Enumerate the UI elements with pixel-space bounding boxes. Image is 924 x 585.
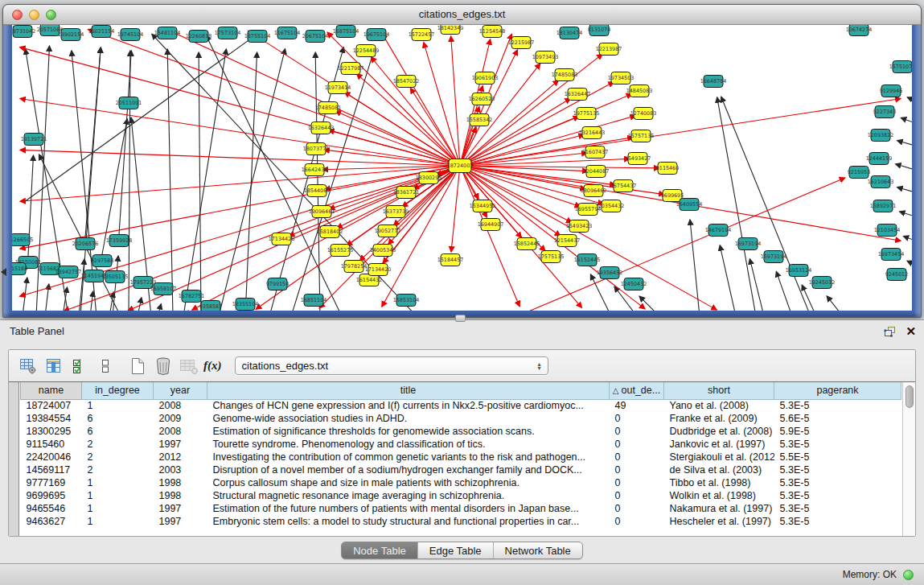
table-cell[interactable]: 9463627 xyxy=(21,515,82,528)
network-node[interactable]: 12213987 xyxy=(596,43,622,56)
table-row[interactable]: 911546021997Tourette syndrome. Phenomeno… xyxy=(21,438,901,451)
table-cell[interactable]: 6 xyxy=(82,412,154,425)
network-node[interactable]: 18755104 xyxy=(244,31,271,43)
network-node[interactable]: 19775135 xyxy=(573,108,600,120)
network-node[interactable]: 17573104 xyxy=(215,27,241,39)
table-cell[interactable]: 0 xyxy=(610,502,664,515)
network-node[interactable]: 8131074 xyxy=(588,25,610,36)
network-canvas[interactable]: 1225448912217987119734141748508116326443… xyxy=(12,25,912,311)
network-node[interactable]: 19096461 xyxy=(309,206,335,218)
network-node[interactable]: 14679194 xyxy=(705,225,732,237)
table-cell[interactable]: Investigating the contribution of common… xyxy=(207,451,610,463)
network-node[interactable]: 14005343 xyxy=(370,245,396,257)
table-cell[interactable]: 9115460 xyxy=(21,438,82,451)
network-node[interactable]: 15184457 xyxy=(437,254,464,266)
table-cell[interactable]: 5.3E-5 xyxy=(774,438,901,451)
network-node[interactable]: 12154437 xyxy=(554,235,581,247)
network-node[interactable]: 20511091 xyxy=(116,97,142,109)
network-node[interactable]: 11973414 xyxy=(325,82,351,94)
table-cell[interactable]: 18724007 xyxy=(21,399,82,412)
network-node[interactable]: 17485083 xyxy=(552,69,578,81)
network-node[interactable]: 16021154 xyxy=(88,26,115,38)
network-node[interactable]: 17978254 xyxy=(341,261,368,273)
table-cell[interactable]: 5.5E-5 xyxy=(774,451,901,463)
network-node[interactable]: 16155275 xyxy=(327,245,354,257)
new-column-button[interactable] xyxy=(125,354,150,378)
column-header-title[interactable]: title xyxy=(207,382,610,399)
network-node[interactable]: 15751074 xyxy=(889,61,912,73)
network-node[interactable]: 18731042 xyxy=(12,26,35,38)
network-node[interactable]: 12093822 xyxy=(868,130,894,142)
network-node[interactable]: 15852445 xyxy=(514,238,540,250)
table-cell[interactable]: Disruption of a novel member of a sodium… xyxy=(207,463,610,476)
network-node[interactable]: 15973194 xyxy=(761,251,787,263)
splitter-grip[interactable] xyxy=(455,315,466,322)
network-node[interactable]: 9358587 xyxy=(199,301,222,311)
memory-status-dot[interactable] xyxy=(903,570,914,580)
network-node[interactable]: 12217987 xyxy=(338,63,364,75)
table-cell[interactable]: 2003 xyxy=(154,463,207,476)
network-node[interactable]: 17134426 xyxy=(269,233,295,245)
table-cell[interactable]: Structural magnetic resonance image aver… xyxy=(207,489,610,502)
network-node[interactable]: 16409554 xyxy=(676,199,703,211)
network-node[interactable]: 15493427 xyxy=(625,153,651,165)
network-node[interactable]: 18544087 xyxy=(304,185,331,197)
network-node[interactable]: 3915184 xyxy=(12,263,27,275)
table-cell[interactable]: 0 xyxy=(610,412,664,425)
network-node[interactable]: 19675104 xyxy=(363,29,390,41)
network-node[interactable]: 18073771 xyxy=(303,143,330,155)
network-node[interactable]: 14845083 xyxy=(626,85,653,97)
network-node[interactable]: 11607437 xyxy=(582,146,609,159)
table-cell[interactable]: 2 xyxy=(82,451,154,463)
network-node[interactable]: 9297588 xyxy=(91,255,113,267)
table-row[interactable]: 2242004622012Investigating the contribut… xyxy=(21,451,901,463)
network-node[interactable]: 18142349 xyxy=(437,25,464,35)
close-panel-icon[interactable]: ✕ xyxy=(906,325,916,337)
table-row[interactable]: 946554611997Estimation of the future num… xyxy=(21,502,901,515)
network-node[interactable]: 16648784 xyxy=(700,76,727,88)
network-node[interactable]: 15853104 xyxy=(393,295,420,307)
network-node[interactable]: 19356452 xyxy=(597,267,623,279)
network-node[interactable]: 15722457 xyxy=(409,29,435,41)
network-node[interactable]: 18361721 xyxy=(393,187,420,199)
table-cell[interactable]: Wolkin et al. (1998) xyxy=(664,489,774,502)
network-node[interactable]: 16955794 xyxy=(575,204,602,216)
table-cell[interactable]: Corpus callosum shape and size in male p… xyxy=(207,476,610,489)
table-cell[interactable]: 6 xyxy=(82,425,154,438)
table-row[interactable]: 1830029562008Estimation of significance … xyxy=(21,425,901,438)
network-node[interactable]: 15818402 xyxy=(317,226,343,238)
table-row[interactable]: 1938455462009Genome-wide association stu… xyxy=(21,412,901,425)
network-node[interactable]: 16875104 xyxy=(333,26,359,38)
table-cell[interactable]: 1998 xyxy=(154,489,207,502)
node-table-header[interactable]: namein_degreeyeartitle△out_de...shortpag… xyxy=(21,382,901,399)
network-node[interactable]: 12740083 xyxy=(630,108,657,120)
table-cell[interactable]: 1998 xyxy=(154,476,207,489)
show-columns-button[interactable] xyxy=(41,354,67,378)
table-vertical-scrollbar[interactable] xyxy=(902,382,915,536)
table-cell[interactable]: 5.3E-5 xyxy=(774,463,901,476)
delete-column-button[interactable] xyxy=(150,354,176,378)
table-cell[interactable]: 9777169 xyxy=(21,476,82,489)
network-node[interactable]: 9245012 xyxy=(885,269,908,281)
network-node[interactable]: 18130474 xyxy=(556,27,583,39)
table-cell[interactable]: 5.3E-5 xyxy=(774,399,901,412)
network-node[interactable]: 17485081 xyxy=(315,102,342,114)
table-cell[interactable]: Nakamura et al. (1997) xyxy=(664,502,774,515)
network-node[interactable]: 12215987 xyxy=(508,37,535,49)
table-cell[interactable]: Yano et al. (2008) xyxy=(664,399,774,412)
table-cell[interactable]: 0 xyxy=(610,476,664,489)
network-node[interactable]: 16944907 xyxy=(478,219,504,231)
table-cell[interactable]: Changes of HCN gene expression and I(f) … xyxy=(207,399,610,412)
network-node[interactable]: 16373739 xyxy=(383,206,409,218)
network-node[interactable]: 16754437 xyxy=(610,180,637,192)
table-cell[interactable]: 9465546 xyxy=(21,502,82,515)
splitter-collapse-arrow-icon[interactable] xyxy=(1,268,6,276)
network-window-titlebar[interactable]: citations_edges.txt xyxy=(3,5,921,25)
network-node[interactable]: 19139721 xyxy=(21,134,47,146)
network-node[interactable]: 18096462 xyxy=(581,185,607,197)
table-cell[interactable]: 2 xyxy=(82,438,154,451)
table-row[interactable]: 969969511998Structural magnetic resonanc… xyxy=(21,489,901,502)
table-cell[interactable]: 2012 xyxy=(154,451,207,463)
tab-node-table[interactable]: Node Table xyxy=(342,542,417,558)
network-node[interactable]: 11254548 xyxy=(479,26,506,38)
